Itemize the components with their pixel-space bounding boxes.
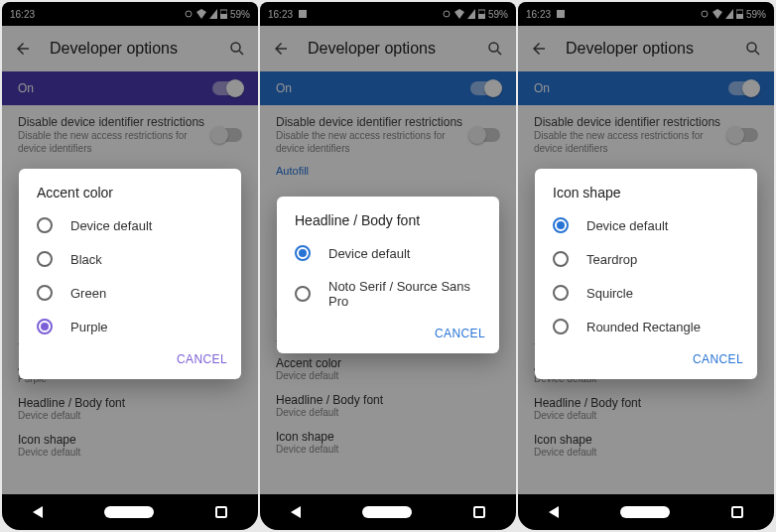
radio-option[interactable]: Black [19, 242, 241, 276]
radio-icon [553, 285, 569, 301]
nav-home-icon[interactable] [104, 506, 154, 518]
radio-icon [37, 217, 53, 233]
radio-group: Device defaultNoto Serif / Source Sans P… [277, 236, 499, 318]
radio-icon [295, 245, 311, 261]
radio-option[interactable]: Device default [277, 236, 499, 270]
cancel-button[interactable]: CANCEL [435, 327, 485, 340]
radio-label: Squircle [586, 286, 633, 301]
radio-group: Device defaultBlackGreenPurple [19, 208, 241, 343]
nav-home-icon[interactable] [362, 506, 412, 518]
phone-screenshot-1: 16:23 59% Developer options On Disable d… [2, 2, 258, 530]
nav-bar [2, 494, 258, 530]
radio-option[interactable]: Rounded Rectangle [535, 310, 757, 343]
radio-option[interactable]: Squircle [535, 276, 757, 310]
nav-bar [518, 494, 774, 530]
radio-label: Noto Serif / Source Sans Pro [328, 279, 481, 309]
radio-option[interactable]: Device default [19, 208, 241, 242]
radio-label: Teardrop [586, 252, 637, 267]
radio-label: Purple [70, 320, 108, 334]
radio-option[interactable]: Device default [535, 208, 757, 242]
phone-screenshot-3: 16:23 59% Developer options On Disable d… [518, 2, 774, 530]
nav-recents-icon[interactable] [731, 506, 743, 518]
nav-back-icon[interactable] [33, 506, 43, 518]
dialog-title: Icon shape [535, 185, 757, 208]
nav-bar [260, 494, 516, 530]
radio-icon [553, 319, 569, 334]
nav-home-icon[interactable] [620, 506, 670, 518]
phone-screenshot-2: 16:23 59% Developer options On Disable d… [260, 2, 516, 530]
dialog-accent-color: Accent color Device defaultBlackGreenPur… [19, 169, 241, 379]
modal-overlay: Accent color Device defaultBlackGreenPur… [2, 2, 258, 530]
dialog-icon-shape: Icon shape Device defaultTeardropSquircl… [535, 169, 757, 379]
radio-icon [553, 251, 569, 267]
radio-icon [37, 319, 53, 334]
nav-back-icon[interactable] [549, 506, 559, 518]
radio-icon [37, 251, 53, 267]
nav-recents-icon[interactable] [215, 506, 227, 518]
radio-label: Black [70, 252, 102, 267]
radio-option[interactable]: Green [19, 276, 241, 310]
radio-label: Device default [586, 218, 668, 233]
dialog-title: Headline / Body font [277, 212, 499, 236]
radio-icon [295, 286, 311, 302]
radio-group: Device defaultTeardropSquircleRounded Re… [535, 208, 757, 343]
cancel-button[interactable]: CANCEL [177, 352, 227, 366]
dialog-headline-font: Headline / Body font Device defaultNoto … [277, 197, 499, 353]
radio-label: Device default [328, 246, 410, 261]
radio-icon [37, 285, 53, 301]
modal-overlay: Headline / Body font Device defaultNoto … [260, 2, 516, 530]
radio-label: Rounded Rectangle [586, 320, 701, 334]
radio-option[interactable]: Purple [19, 310, 241, 343]
radio-option[interactable]: Teardrop [535, 242, 757, 276]
nav-back-icon[interactable] [291, 506, 301, 518]
modal-overlay: Icon shape Device defaultTeardropSquircl… [518, 2, 774, 530]
nav-recents-icon[interactable] [473, 506, 485, 518]
radio-icon [553, 217, 569, 233]
radio-label: Device default [70, 218, 152, 233]
radio-label: Green [70, 286, 106, 301]
dialog-title: Accent color [19, 185, 241, 208]
cancel-button[interactable]: CANCEL [693, 352, 743, 366]
radio-option[interactable]: Noto Serif / Source Sans Pro [277, 270, 499, 318]
